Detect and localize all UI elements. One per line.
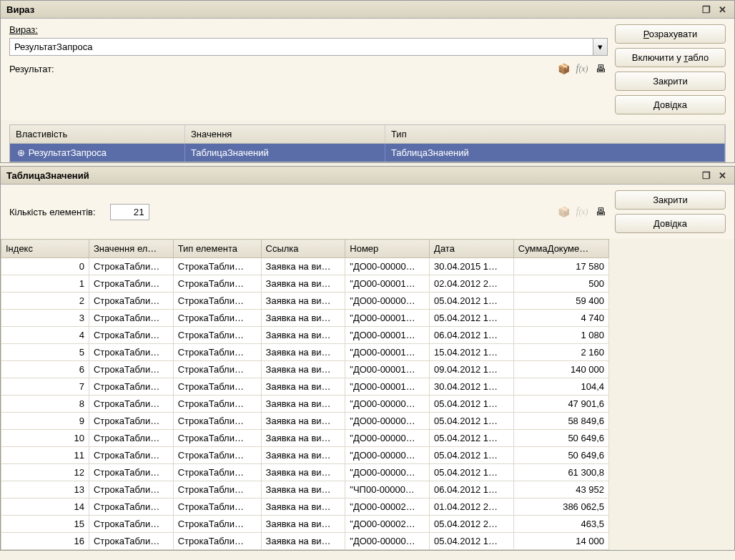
count-input[interactable]	[110, 204, 149, 220]
cell-index: 12	[1, 464, 89, 481]
table-row[interactable]: 0СтрокаТабли…СтрокаТабли…Заявка на ви…"Д…	[1, 258, 609, 275]
cell-index: 13	[1, 481, 89, 498]
cell-index: 5	[1, 344, 89, 361]
set-value-icon[interactable]: 📦	[556, 62, 571, 76]
cell-type: СтрокаТабли…	[173, 516, 261, 533]
cell-type: СтрокаТабли…	[173, 447, 261, 464]
expression-dropdown-button[interactable]: ▾	[593, 38, 608, 56]
cell-type: СтрокаТабли…	[173, 498, 261, 516]
cell-sum: 463,5	[513, 516, 608, 533]
cell-sum: 61 300,8	[513, 464, 608, 481]
cell-number: "ДО00-00000…	[345, 464, 430, 481]
table-row[interactable]: 2СтрокаТабли…СтрокаТабли…Заявка на ви…"Д…	[1, 293, 609, 310]
expression-title: Вираз	[6, 4, 34, 15]
table-row[interactable]: 1СтрокаТабли…СтрокаТабли…Заявка на ви…"Д…	[1, 275, 609, 293]
cell-value: СтрокаТабли…	[89, 361, 173, 378]
table-row[interactable]: 14СтрокаТабли…СтрокаТабли…Заявка на ви…"…	[1, 498, 609, 516]
table-row[interactable]: 7СтрокаТабли…СтрокаТабли…Заявка на ви…"Д…	[1, 378, 609, 396]
th-date[interactable]: Дата	[430, 240, 514, 258]
th-number[interactable]: Номер	[345, 240, 430, 258]
cell-sum: 47 901,6	[513, 396, 608, 413]
col-property[interactable]: Властивість	[10, 125, 185, 143]
cell-index: 1	[1, 275, 89, 293]
cell-type: СтрокаТабли…	[173, 258, 261, 275]
cell-type: СтрокаТабли…	[173, 464, 261, 481]
cell-index: 3	[1, 310, 89, 327]
table-row[interactable]: 10СтрокаТабли…СтрокаТабли…Заявка на ви…"…	[1, 430, 609, 447]
cell-value: СтрокаТабли…	[89, 378, 173, 396]
cell-link: Заявка на ви…	[261, 361, 345, 378]
property-row[interactable]: ⊕ РезультатЗапроса ТаблицаЗначений Табли…	[10, 144, 725, 162]
th-value[interactable]: Значення ел…	[89, 240, 173, 258]
cell-date: 02.04.2012 2…	[430, 275, 514, 293]
cell-link: Заявка на ви…	[261, 327, 345, 344]
value-table-window: ТаблицаЗначений ❐ ✕ Кількість елементів:…	[0, 166, 735, 551]
th-sum[interactable]: СуммаДокуме…	[513, 240, 608, 258]
print-icon-2[interactable]: 🖶	[593, 205, 608, 219]
cell-type: СтрокаТабли…	[173, 430, 261, 447]
cell-link: Заявка на ви…	[261, 293, 345, 310]
cell-date: 30.04.2012 1…	[430, 378, 514, 396]
result-label: Результат:	[9, 64, 54, 74]
cell-index: 9	[1, 413, 89, 430]
data-table: Індекс Значення ел… Тип елемента Ссылка …	[1, 239, 609, 550]
cell-number: "ДО00-00000…	[345, 258, 430, 275]
cell-link: Заявка на ви…	[261, 258, 345, 275]
close-icon[interactable]: ✕	[716, 4, 729, 15]
th-type[interactable]: Тип елемента	[173, 240, 261, 258]
table-row[interactable]: 5СтрокаТабли…СтрокаТабли…Заявка на ви…"Д…	[1, 344, 609, 361]
cell-type: СтрокаТабли…	[173, 293, 261, 310]
fx-icon[interactable]: f(x)	[575, 62, 589, 76]
cell-sum: 17 580	[513, 258, 608, 275]
table-row[interactable]: 13СтрокаТабли…СтрокаТабли…Заявка на ви…"…	[1, 481, 609, 498]
col-value[interactable]: Значення	[185, 125, 385, 143]
table-row[interactable]: 15СтрокаТабли…СтрокаТабли…Заявка на ви…"…	[1, 516, 609, 533]
cell-number: "ДО00-00000…	[345, 413, 430, 430]
expand-icon[interactable]: ⊕	[16, 147, 26, 158]
table-row[interactable]: 12СтрокаТабли…СтрокаТабли…Заявка на ви…"…	[1, 464, 609, 481]
cell-link: Заявка на ви…	[261, 378, 345, 396]
table-row[interactable]: 9СтрокаТабли…СтрокаТабли…Заявка на ви…"Д…	[1, 413, 609, 430]
cell-sum: 50 649,6	[513, 447, 608, 464]
table-row[interactable]: 6СтрокаТабли…СтрокаТабли…Заявка на ви…"Д…	[1, 361, 609, 378]
cell-type: СтрокаТабли…	[173, 361, 261, 378]
cell-number: "ДО00-00001…	[345, 310, 430, 327]
table-row[interactable]: 4СтрокаТабли…СтрокаТабли…Заявка на ви…"Д…	[1, 327, 609, 344]
cell-index: 15	[1, 516, 89, 533]
property-table: Властивість Значення Тип ⊕ РезультатЗапр…	[9, 124, 726, 162]
help-button-bottom[interactable]: Довідка	[615, 214, 726, 233]
cell-number: "ДО00-00000…	[345, 533, 430, 550]
cell-sum: 14 000	[513, 533, 608, 550]
cell-date: 06.04.2012 1…	[430, 327, 514, 344]
cell-date: 05.04.2012 1…	[430, 447, 514, 464]
cell-date: 05.04.2012 1…	[430, 430, 514, 447]
table-row[interactable]: 8СтрокаТабли…СтрокаТабли…Заявка на ви…"Д…	[1, 396, 609, 413]
table-row[interactable]: 11СтрокаТабли…СтрокаТабли…Заявка на ви…"…	[1, 447, 609, 464]
calculate-button[interactable]: Розрахувати	[615, 24, 726, 44]
cell-date: 15.04.2012 1…	[430, 344, 514, 361]
print-icon[interactable]: 🖶	[593, 62, 608, 76]
expression-input[interactable]	[9, 38, 593, 56]
help-button-top[interactable]: Довідка	[615, 95, 726, 114]
include-panel-button[interactable]: Включити у табло	[615, 48, 726, 67]
cell-sum: 50 649,6	[513, 430, 608, 447]
cell-index: 16	[1, 533, 89, 550]
cell-type: СтрокаТабли…	[173, 275, 261, 293]
th-link[interactable]: Ссылка	[261, 240, 345, 258]
cell-link: Заявка на ви…	[261, 481, 345, 498]
cell-date: 09.04.2012 1…	[430, 361, 514, 378]
close-button-top[interactable]: Закрити	[615, 72, 726, 91]
maximize-icon[interactable]: ❐	[700, 4, 713, 15]
maximize-icon-2[interactable]: ❐	[700, 170, 713, 181]
cell-link: Заявка на ви…	[261, 396, 345, 413]
close-icon-2[interactable]: ✕	[716, 170, 729, 181]
cell-value: СтрокаТабли…	[89, 327, 173, 344]
cell-index: 14	[1, 498, 89, 516]
cell-sum: 140 000	[513, 361, 608, 378]
cell-type: СтрокаТабли…	[173, 327, 261, 344]
col-type[interactable]: Тип	[385, 125, 725, 143]
close-button-bottom[interactable]: Закрити	[615, 190, 726, 210]
table-row[interactable]: 3СтрокаТабли…СтрокаТабли…Заявка на ви…"Д…	[1, 310, 609, 327]
table-row[interactable]: 16СтрокаТабли…СтрокаТабли…Заявка на ви…"…	[1, 533, 609, 550]
th-index[interactable]: Індекс	[1, 240, 89, 258]
